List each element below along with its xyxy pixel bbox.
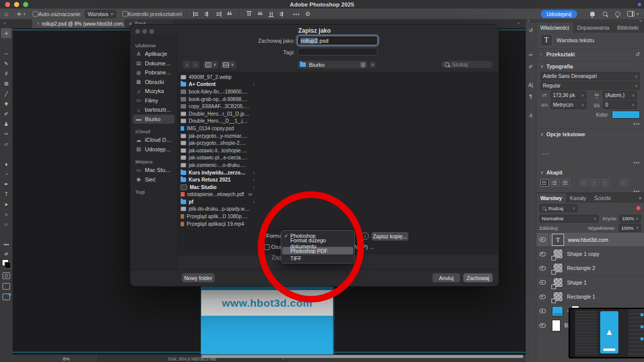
sidebar-item[interactable]: iCloud: [133, 128, 175, 135]
layer-row[interactable]: ∞ Shape 1: [536, 276, 644, 290]
layer-row[interactable]: T ∞ www.hbot3d.com: [536, 233, 644, 247]
layer-thumbnail[interactable]: [553, 263, 563, 273]
dialog-search-field[interactable]: Szukaj: [441, 60, 493, 68]
layer-thumbnail[interactable]: [552, 320, 560, 331]
file-row[interactable]: Kurs indywidu...zerzony 2024 ›: [178, 169, 257, 176]
sidebar-item-home[interactable]: ⌂ bartosztr...: [133, 105, 175, 115]
file-row[interactable]: jak-ustawic-pl...e-ciecia.webp: [178, 154, 257, 162]
notifications-bell-icon[interactable]: [590, 12, 595, 16]
search-icon[interactable]: [603, 12, 607, 16]
crop-tool[interactable]: #: [1, 68, 12, 78]
align-center-paragraph-icon[interactable]: [551, 179, 559, 187]
sidebar-item-mac-studio[interactable]: ▭ Mac Stud...: [133, 165, 175, 175]
layer-visibility-toggle[interactable]: [536, 247, 549, 260]
more-options-icon[interactable]: •••: [293, 11, 300, 17]
justify-right-icon[interactable]: [601, 179, 610, 187]
kerning-field[interactable]: Metryczn∨: [550, 101, 587, 109]
align-middle-icon[interactable]: [258, 11, 263, 17]
artboard[interactable]: www.hbot3d.com: [201, 287, 333, 354]
font-style-select[interactable]: Regular∨: [540, 81, 640, 90]
text-options-more-icon[interactable]: •••: [633, 160, 640, 165]
sidebar-item[interactable]: Ulubione: [133, 42, 175, 49]
paragraph-section-header[interactable]: ∨ Akapit: [536, 167, 644, 177]
layer-visibility-toggle[interactable]: [536, 233, 549, 246]
group-dropdown[interactable]: ∨: [220, 60, 236, 69]
layer-visibility-toggle[interactable]: [536, 276, 549, 289]
move-tool[interactable]: ✛: [1, 28, 12, 38]
object-selection-tool[interactable]: ✎: [1, 58, 12, 68]
workspace-gear-icon[interactable]: ⚙: [305, 11, 310, 18]
distribute-vertical-icon[interactable]: [279, 12, 285, 17]
hand-tool[interactable]: ☞: [1, 219, 12, 229]
tab-wlasciwosci[interactable]: Właściwości: [536, 23, 573, 33]
blur-tool[interactable]: ♦: [1, 159, 12, 169]
back-icon[interactable]: ‹: [183, 60, 191, 69]
text-option-toggle[interactable]: [541, 153, 550, 154]
healing-brush-tool[interactable]: ✚: [1, 99, 12, 109]
file-row[interactable]: jak-zamienic-...o-druku.webp: [178, 161, 257, 169]
align-left-paragraph-icon[interactable]: [540, 179, 549, 187]
expand-strip-icon[interactable]: «: [527, 19, 529, 23]
layer-thumbnail[interactable]: T: [552, 234, 564, 246]
layer-filter-select[interactable]: Rodzaj ∨: [539, 204, 578, 212]
file-row[interactable]: odstapienie...etowych.pdf ✉: [178, 191, 257, 199]
file-row[interactable]: Double_Hero...r_01_D.jpg.avif: [178, 110, 257, 118]
new-folder-button[interactable]: Nowy folder: [182, 273, 215, 283]
leading-field[interactable]: (Autom.)∨: [603, 91, 637, 100]
layer-row[interactable]: ∞ Shape 1 copy: [536, 247, 644, 261]
blend-mode-select[interactable]: Normalnie∨: [539, 215, 599, 223]
character-panel-icon[interactable]: A|: [528, 82, 533, 88]
brushes-panel-icon[interactable]: ✐: [529, 64, 533, 69]
transform-section-header[interactable]: › Przekształć ↺: [536, 49, 644, 60]
paragraph-panel-icon[interactable]: ¶: [529, 94, 532, 100]
file-row[interactable]: book-grab-op...d-99898.mp3: [178, 96, 257, 103]
tab-kanaly[interactable]: Kanały: [566, 193, 590, 203]
frame-tool[interactable]: ⊠: [1, 78, 12, 88]
sidebar-item-biurko[interactable]: ▬ Biurko: [133, 115, 175, 124]
zoom-tool[interactable]: [1, 229, 12, 240]
paragraph-more-icon[interactable]: •••: [633, 189, 640, 193]
zoom-level[interactable]: 8%: [63, 356, 70, 361]
file-row[interactable]: Mac Studio ›: [178, 184, 257, 191]
file-row[interactable]: Przegląd aplik...D 1080p.mov: [178, 213, 257, 220]
file-row[interactable]: copy_E68AAF...3CB205.MOV: [178, 103, 257, 110]
typography-section-header[interactable]: ∨ Typografia: [536, 61, 644, 71]
tracking-field[interactable]: 0∨: [603, 101, 637, 109]
type-tool[interactable]: T: [1, 189, 12, 199]
cancel-button[interactable]: Anuluj: [432, 273, 460, 283]
tab-warstwy[interactable]: Warstwy: [536, 193, 566, 203]
sidebar-item[interactable]: Tagi: [133, 188, 175, 196]
file-row[interactable]: A+ Content ›: [178, 81, 257, 88]
file-row[interactable]: Przegląd aplikacji 19.mp4: [178, 220, 257, 228]
info-icon[interactable]: i: [361, 232, 369, 240]
sidebar-item-icloud[interactable]: ☁ iCloud Dri...: [133, 135, 175, 145]
pen-tool[interactable]: ✒: [1, 179, 12, 189]
sidebar-item[interactable]: Miejsca: [133, 158, 175, 165]
layer-visibility-toggle[interactable]: [536, 261, 549, 275]
location-dropdown[interactable]: Biurko ∧∨: [297, 60, 368, 69]
file-row[interactable]: jak-przygoto...y-rozmiar.webp: [178, 132, 257, 140]
shape-tool[interactable]: ○: [1, 209, 12, 219]
save-button[interactable]: Zachowaj: [463, 273, 493, 283]
screen-mode-icon[interactable]: [3, 283, 10, 290]
filter-toggle-icon[interactable]: [636, 206, 641, 211]
file-row[interactable]: 49908f_97_2.webp: [178, 73, 257, 81]
layer-visibility-toggle[interactable]: [536, 304, 549, 318]
share-button[interactable]: Udostępnij: [541, 10, 577, 18]
file-row[interactable]: jak-przygoto...shopie-2.webp: [178, 139, 257, 147]
file-row[interactable]: jak-ustawic-li...toshopie.webp: [178, 147, 257, 154]
text-options-section-header[interactable]: ∨ Opcje tekstowe: [536, 129, 644, 139]
layer-thumbnail[interactable]: [553, 292, 563, 302]
collapse-panels-icon[interactable]: «: [517, 21, 520, 26]
color-swatches[interactable]: [2, 259, 11, 268]
embed-profile-checkbox[interactable]: [264, 244, 270, 250]
text-color-swatch[interactable]: [612, 111, 640, 119]
brush-settings-panel-icon[interactable]: ✑: [529, 52, 533, 58]
reset-transform-icon[interactable]: ↺: [635, 51, 640, 58]
layer-visibility-toggle[interactable]: [536, 318, 549, 332]
format-menu-item[interactable]: Format dużego dokumentu: [282, 239, 353, 247]
justify-all-icon[interactable]: [620, 179, 628, 187]
layer-visibility-toggle[interactable]: [536, 290, 549, 304]
opacity-field[interactable]: 100%∨: [619, 215, 641, 223]
align-left-icon[interactable]: [193, 12, 199, 17]
